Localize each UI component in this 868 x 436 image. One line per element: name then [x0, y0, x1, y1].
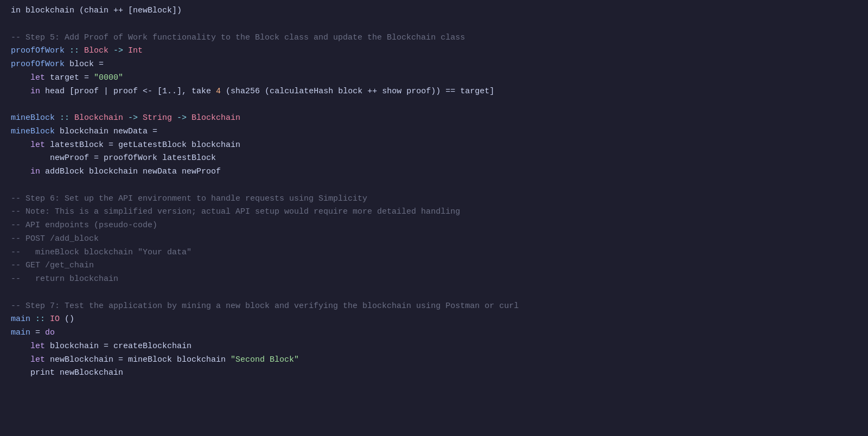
code-token: -- Step 6: Set up the API environment to… [11, 194, 367, 203]
code-token: -> [172, 113, 192, 123]
code-token [11, 73, 30, 82]
code-token: () [60, 315, 74, 324]
code-token [11, 355, 30, 364]
code-token: main [11, 315, 30, 324]
code-token: newBlockchain = mineBlock blockchain [45, 355, 231, 364]
code-token: proofOfWork [11, 60, 65, 69]
code-token [11, 342, 30, 351]
code-token: -> [108, 46, 128, 55]
code-token: "Second Block" [231, 355, 299, 364]
code-token: :: [65, 46, 84, 55]
line-let-latest: let latestBlock = getLatestBlock blockch… [11, 139, 857, 152]
empty-line [11, 179, 857, 193]
code-token: target = [45, 73, 94, 82]
code-token: addBlock blockchain newData newProof [40, 167, 221, 176]
line-sig-main: main :: IO () [11, 313, 857, 326]
empty-line [11, 18, 857, 31]
code-token: :: [30, 315, 50, 324]
line-sig-mineblock: mineBlock :: Blockchain -> String -> Blo… [11, 112, 857, 125]
line-in-head: in head [proof | proof <- [1..], take 4 … [11, 85, 857, 99]
code-token: Int [128, 46, 143, 55]
code-token: mineBlock [11, 113, 55, 123]
code-token: mineBlock [11, 127, 55, 136]
line-in-addblock: in addBlock blockchain newData newProof [11, 165, 857, 179]
code-token: blockchain = createBlockchain [45, 342, 192, 351]
line-comment-get: -- GET /get_chain [11, 259, 857, 273]
line-newproof: newProof = proofOfWork latestBlock [11, 152, 857, 165]
line-comment-mineblock: -- mineBlock blockchain "Your data" [11, 246, 857, 260]
code-token: main [11, 328, 30, 337]
code-token: blockchain newData = [55, 127, 157, 136]
code-token [11, 167, 30, 176]
code-token: newProof = proofOfWork latestBlock [11, 153, 216, 163]
line-def-pow: proofOfWork block = [11, 58, 857, 72]
code-content: in blockchain (chain ++ [newBlock])-- St… [11, 4, 857, 380]
code-token: proofOfWork [11, 46, 65, 55]
code-token: in blockchain (chain ++ [newBlock]) [11, 6, 182, 15]
code-token: in [30, 87, 40, 96]
code-token: let [30, 355, 45, 364]
code-token: -- POST /add_block [11, 234, 99, 243]
empty-line [11, 98, 857, 112]
code-token [11, 140, 30, 150]
code-token: -- return blockchain [11, 274, 118, 284]
code-token: do [45, 328, 55, 337]
code-token: latestBlock = getLatestBlock blockchain [45, 140, 240, 150]
code-token: = [30, 328, 45, 337]
code-token: -- Note: This is a simplified version; a… [11, 207, 460, 216]
code-token: print newBlockchain [11, 368, 123, 377]
line-comment-6b: -- Note: This is a simplified version; a… [11, 206, 857, 219]
code-token: 4 [216, 87, 221, 96]
line-let-newblockchain: let newBlockchain = mineBlock blockchain… [11, 354, 857, 367]
code-token: "Your data" [138, 248, 192, 257]
line-def-main: main = do [11, 326, 857, 340]
line-comment-6a: -- Step 6: Set up the API environment to… [11, 193, 857, 206]
empty-line [11, 286, 857, 300]
line-comment-return: -- return blockchain [11, 273, 857, 286]
line-let-target: let target = "0000" [11, 72, 857, 85]
code-token: block = [65, 60, 104, 69]
code-token: "0000" [94, 73, 123, 82]
line-sig-pow: proofOfWork :: Block -> Int [11, 44, 857, 58]
code-token: -- Step 5: Add Proof of Work functionali… [11, 33, 465, 42]
code-token: Block [84, 46, 108, 55]
line-def-mineblock: mineBlock blockchain newData = [11, 125, 857, 139]
line-comment-7: -- Step 7: Test the application by minin… [11, 300, 857, 313]
code-token: :: [55, 113, 74, 123]
line-let-blockchain: let blockchain = createBlockchain [11, 340, 857, 354]
code-token: head [proof | proof <- [1..], take [40, 87, 216, 96]
code-token: -- mineBlock blockchain [11, 248, 138, 257]
code-token: let [30, 73, 45, 82]
code-token: String [143, 113, 172, 123]
code-token: (sha256 (calculateHash block ++ show pro… [221, 87, 494, 96]
code-token [11, 87, 30, 96]
line-comment-5: -- Step 5: Add Proof of Work functionali… [11, 31, 857, 45]
line-comment-post: -- POST /add_block [11, 233, 857, 246]
code-token: -- API endpoints (pseudo-code) [11, 221, 157, 230]
code-token: Blockchain [192, 113, 240, 123]
code-token: -- GET /get_chain [11, 261, 94, 270]
code-token: let [30, 140, 45, 150]
code-token: Blockchain [74, 113, 123, 123]
code-editor: in blockchain (chain ++ [newBlock])-- St… [0, 0, 868, 436]
code-token: -- Step 7: Test the application by minin… [11, 302, 519, 311]
code-token: let [30, 342, 45, 351]
code-token: in [30, 167, 40, 176]
line-print: print newBlockchain [11, 367, 857, 380]
line-comment-6c: -- API endpoints (pseudo-code) [11, 219, 857, 233]
code-token: -> [123, 113, 143, 123]
line-incomplete-top: in blockchain (chain ++ [newBlock]) [11, 4, 857, 18]
code-token: IO [50, 315, 60, 324]
